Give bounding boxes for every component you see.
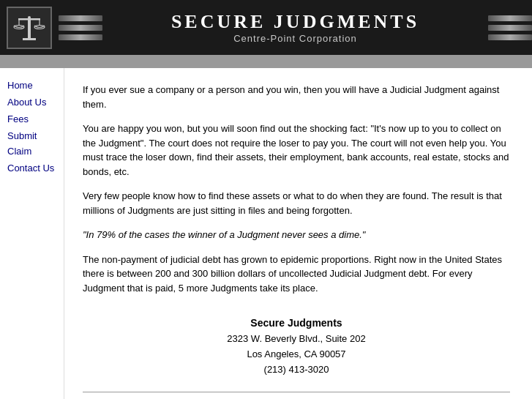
header-line-4 xyxy=(488,15,532,21)
company-name: Secure Judgments xyxy=(83,317,510,329)
gray-bar xyxy=(0,55,532,68)
header-line-3 xyxy=(59,34,102,40)
divider xyxy=(83,392,510,392)
sidebar-item-fees[interactable]: Fees xyxy=(6,111,58,127)
paragraph-3: Very few people know how to find these a… xyxy=(83,189,510,217)
paragraph-4: The non-payment of judicial debt has gro… xyxy=(83,253,510,296)
header-line-6 xyxy=(488,34,532,40)
sidebar-item-home[interactable]: Home xyxy=(6,77,58,94)
sidebar-item-about[interactable]: About Us xyxy=(6,94,58,111)
header-line-1 xyxy=(59,15,102,21)
paragraph-quote: "In 79% of the cases the winner of a Jud… xyxy=(83,228,510,242)
svg-rect-0 xyxy=(28,18,31,39)
address-street: 2323 W. Beverly Blvd., Suite 202 xyxy=(83,332,510,347)
paragraph-2: You are happy you won, but you will soon… xyxy=(83,122,510,179)
header-lines-left xyxy=(59,15,102,40)
sidebar-item-submit-claim[interactable]: Claim xyxy=(6,146,58,160)
site-header: Secure Judgments Centre-Point Corporatio… xyxy=(0,0,532,55)
header-line-5 xyxy=(488,25,532,31)
sidebar-item-submit[interactable]: Submit xyxy=(6,127,58,144)
svg-rect-1 xyxy=(23,38,36,40)
main-layout: Home About Us Fees Submit Claim Contact … xyxy=(0,68,532,399)
site-title: Secure Judgments xyxy=(102,11,488,33)
address-section: Secure Judgments 2323 W. Beverly Blvd., … xyxy=(83,317,510,377)
paragraph-1: If you ever sue a company or a person an… xyxy=(83,83,510,111)
header-line-2 xyxy=(59,25,102,31)
sidebar: Home About Us Fees Submit Claim Contact … xyxy=(0,68,64,399)
address-phone: (213) 413-3020 xyxy=(83,362,510,378)
logo-box xyxy=(7,7,52,49)
sidebar-item-contact[interactable]: Contact Us xyxy=(6,160,58,176)
header-lines-right xyxy=(488,15,532,40)
main-content: If you ever sue a company or a person an… xyxy=(64,68,532,399)
logo-area xyxy=(0,7,59,49)
header-center: Secure Judgments Centre-Point Corporatio… xyxy=(102,11,488,44)
content-wrapper: ⚖ If you ever sue a company or a person … xyxy=(64,68,532,399)
site-subtitle: Centre-Point Corporation xyxy=(102,33,488,44)
address-city: Los Angeles, CA 90057 xyxy=(83,347,510,362)
svg-point-7 xyxy=(28,16,31,19)
scales-icon xyxy=(12,11,46,45)
